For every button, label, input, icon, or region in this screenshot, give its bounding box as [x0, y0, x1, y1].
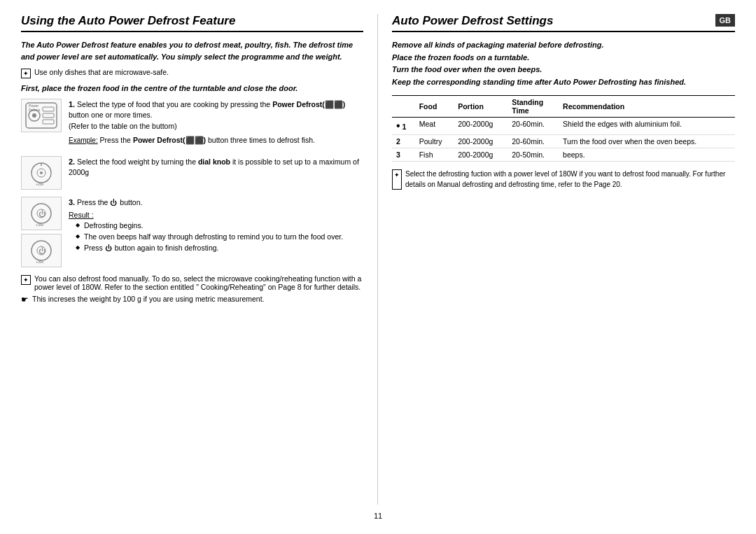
step-2-image: +20s: [21, 156, 62, 190]
col-button: [392, 96, 415, 118]
step-1-image: Power Defrost: [21, 99, 62, 132]
right-column: GB Auto Power Defrost Settings Remove al…: [378, 14, 735, 505]
note-3-text: This increses the weight by 100 g if you…: [32, 295, 265, 303]
bullet-3: Press ⏻ button again to finish defrostin…: [76, 243, 363, 254]
bottom-note-2: ☛ This increses the weight by 100 g if y…: [21, 295, 363, 304]
result-label: Result :: [69, 211, 363, 219]
bullet-2: The oven beeps half way through defrosti…: [76, 232, 363, 243]
note-1: ✦ Use only dishes that are microwave-saf…: [21, 68, 363, 78]
defrost-table: Food Portion StandingTime Recommendation…: [392, 95, 735, 162]
step-1: Power Defrost 1. Select the type of food…: [21, 99, 363, 149]
row3-standing: 20-50min.: [507, 148, 559, 162]
col-recommendation: Recommendation: [559, 96, 735, 118]
row2-standing: 20-60min.: [507, 135, 559, 148]
svg-point-10: [40, 171, 43, 174]
example-label: Example:: [69, 136, 98, 144]
svg-text:+30s: +30s: [36, 260, 43, 264]
row2-food: Poultry: [415, 135, 454, 148]
step-3-images: ⏻ +30s ⏻ +30s: [21, 197, 63, 267]
right-title: Auto Power Defrost Settings: [392, 14, 735, 32]
step-2-content: 2. Select the food weight by turning the…: [69, 156, 363, 182]
power-defrost-icon: Power Defrost: [24, 101, 58, 129]
svg-text:⏻: ⏻: [38, 210, 46, 218]
svg-point-2: [32, 113, 36, 118]
left-title: Using the Auto Power Defrost Feature: [21, 14, 363, 32]
note-icon-1: ✦: [21, 69, 31, 78]
row1-portion: 200-2000g: [454, 118, 507, 135]
step-3-image-b: ⏻ +30s: [21, 234, 62, 267]
bullet-1: Defrosting begins.: [76, 220, 363, 232]
page: Using the Auto Power Defrost Feature The…: [0, 0, 756, 534]
table-header: Food Portion StandingTime Recommendation: [392, 96, 735, 118]
note-2-text: You can also defrost food manually. To d…: [34, 274, 363, 291]
right-intro: Remove all kinds of packaging material b…: [392, 39, 735, 88]
right-intro-line-4: Keep the corresponding standing time aft…: [392, 76, 735, 89]
row1-standing: 20-60min.: [507, 118, 559, 135]
right-note: ✦ Select the defrosting fuction with a p…: [392, 169, 735, 190]
row2-portion: 200-2000g: [454, 135, 507, 148]
step-1-text: 1. Select the type of food that you are …: [69, 99, 363, 132]
step-3-content: 3. Press the ⏻ button. Result : Defrosti…: [69, 197, 363, 254]
col-standing: StandingTime: [507, 96, 559, 118]
row3-button: 3: [392, 148, 415, 162]
table-row-1: • 1 Meat 200-2000g 20-60min. Shield the …: [392, 118, 735, 135]
right-intro-line-2: Place the frozen foods on a turntable.: [392, 52, 735, 64]
step-2-images: +20s: [21, 156, 63, 190]
step-3-image-a: ⏻ +30s: [21, 197, 62, 230]
col-portion: Portion: [454, 96, 507, 118]
row2-rec: Turn the food over when the oven beeps.: [559, 135, 735, 148]
svg-text:⏻: ⏻: [38, 247, 46, 255]
page-number: 11: [21, 512, 735, 520]
svg-text:Defrost: Defrost: [29, 108, 41, 112]
row3-food: Fish: [415, 148, 454, 162]
result-bullets: Defrosting begins. The oven beeps half w…: [69, 220, 363, 253]
table-row-2: 2 Poultry 200-2000g 20-60min. Turn the f…: [392, 135, 735, 148]
svg-rect-5: [43, 120, 54, 124]
row1-rec: Shield the edges with aluminium foil.: [559, 118, 735, 135]
row2-button: 2: [392, 135, 415, 148]
finger-icon: ☛: [21, 295, 29, 304]
left-column: Using the Auto Power Defrost Feature The…: [21, 14, 378, 505]
two-column-layout: Using the Auto Power Defrost Feature The…: [21, 14, 735, 505]
start-button-icon: ⏻ +30s: [24, 199, 58, 227]
svg-text:+30s: +30s: [36, 223, 43, 227]
row1-bullet: • 1: [392, 118, 415, 135]
note-icon-2: ✦: [21, 275, 31, 285]
svg-rect-3: [43, 107, 54, 111]
row3-portion: 200-2000g: [454, 148, 507, 162]
col-food: Food: [415, 96, 454, 118]
step-1-example: Example: Press the Power Defrost(⬛⬛) but…: [69, 135, 363, 146]
svg-text:+20s: +20s: [36, 182, 43, 186]
row1-food: Meat: [415, 118, 454, 135]
row3-rec: beeps.: [559, 148, 735, 162]
timer-icon: ⏻ +30s: [24, 237, 58, 265]
bottom-note-1: ✦ You can also defrost food manually. To…: [21, 274, 363, 291]
step-3: ⏻ +30s ⏻ +30s 3: [21, 197, 363, 267]
gb-badge: GB: [715, 14, 736, 27]
right-intro-line-1: Remove all kinds of packaging material b…: [392, 39, 735, 52]
step-1-content: 1. Select the type of food that you are …: [69, 99, 363, 149]
step-2-num: 2.: [69, 157, 75, 166]
step-2: +20s 2. Select the food weight by turnin…: [21, 156, 363, 190]
right-intro-line-3: Turn the food over when the oven beeps.: [392, 64, 735, 76]
dial-knob-icon: +20s: [24, 159, 58, 187]
step-1-images: Power Defrost: [21, 99, 63, 132]
table-body: • 1 Meat 200-2000g 20-60min. Shield the …: [392, 118, 735, 162]
step-3-text: 3. Press the ⏻ button.: [69, 197, 363, 209]
step-2-text: 2. Select the food weight by turning the…: [69, 156, 363, 179]
step-1-num: 1.: [69, 100, 75, 108]
note-1-text: Use only dishes that are microwave-safe.: [34, 68, 169, 76]
step-3-num: 3.: [69, 198, 75, 206]
note-icon-right: ✦: [392, 169, 402, 190]
svg-rect-4: [43, 113, 54, 118]
right-note-text: Select the defrosting fuction with a pow…: [405, 169, 735, 190]
left-intro: The Auto Power Defrost feature enables y…: [21, 39, 363, 62]
table-row-3: 3 Fish 200-2000g 20-50min. beeps.: [392, 148, 735, 162]
italic-instruction: First, place the frozen food in the cent…: [21, 83, 363, 94]
